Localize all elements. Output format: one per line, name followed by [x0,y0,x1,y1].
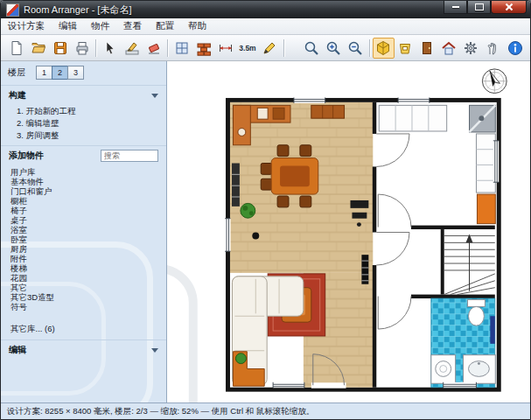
menu-item-edit[interactable]: 编辑 [52,18,84,34]
pencil-button[interactable] [259,38,281,59]
bricks-button[interactable] [192,38,214,59]
open-button[interactable] [27,38,49,59]
toilet[interactable] [468,300,486,326]
towel-radiator[interactable] [490,316,494,344]
washing-machine[interactable] [431,355,456,384]
close-icon [505,3,514,11]
new-document-icon [9,40,24,56]
category-bathroom[interactable]: 浴室 [1,225,166,234]
new-button[interactable] [5,38,27,59]
build-step-edit-walls[interactable]: 2. 编辑墙壁 [1,117,166,130]
menu-item-help[interactable]: 帮助 [181,18,213,34]
orange-cabinet[interactable] [477,194,495,224]
sideboard[interactable] [311,105,345,118]
window-title: Room Arranger - [未命名] [24,4,131,17]
house-icon [441,40,457,56]
floor-plan[interactable] [167,61,530,402]
dimension-button[interactable] [214,38,236,59]
category-symbols[interactable]: 符号 [1,302,166,312]
eraser-icon [146,40,162,56]
door-button[interactable] [416,38,438,59]
bookshelf[interactable] [232,164,240,206]
category-bedroom[interactable]: 卧室 [1,234,166,244]
build-steps: 1. 开始新的工程 2. 编辑墙壁 3. 房间调整 [1,104,166,145]
floor-tab-3[interactable]: 3 [67,66,84,80]
draw-walls-button[interactable] [121,38,143,59]
status-text: 设计方案: 8255 × 8400 毫米, 楼层: 2/3 — 缩放: 52% … [7,406,314,417]
save-button[interactable] [49,38,71,59]
category-chairs[interactable]: 椅子 [1,206,166,215]
category-misc[interactable]: 其它 [1,283,166,292]
add-objects-header: 添加物件 [1,145,166,164]
build-step-new-project[interactable]: 1. 开始新的工程 [1,105,166,117]
search-input[interactable] [101,150,158,162]
wall-pencil-icon [124,40,140,56]
radiator[interactable] [361,255,368,284]
select-button[interactable] [99,38,121,59]
info-button[interactable] [504,38,526,59]
menu-item-project[interactable]: 设计方案 [1,18,52,34]
build-section-header[interactable]: 构建 [1,85,166,104]
print-button[interactable] [71,38,93,59]
zoom-out-button[interactable] [345,38,367,59]
category-user-library[interactable]: 用户库 [1,167,166,177]
floor-lamp[interactable] [252,232,259,239]
wardrobe[interactable] [379,105,446,131]
settings-3d-button[interactable] [460,38,482,59]
object-categories: 用户库 基本物件 门口和窗户 橱柜 椅子 桌子 浴室 卧室 厨房 附件 楼梯 花… [1,164,166,312]
add-objects-label: 添加物件 [9,150,44,162]
category-doors-windows[interactable]: 门口和窗户 [1,186,166,196]
floor-tab-1[interactable]: 1 [36,66,52,80]
grid-button[interactable] [171,38,192,59]
roof-button[interactable] [438,38,460,59]
floor-label: 楼层 [8,66,25,79]
category-garden[interactable]: 花园 [1,273,166,283]
open-folder-icon [31,40,46,56]
app-window: Room Arranger - [未命名] 设计方案 编辑 物件 查看 配置 帮… [0,0,531,420]
category-basic-objects[interactable]: 基本物件 [1,177,166,186]
canvas[interactable] [167,61,530,402]
category-misc-3d[interactable]: 其它3D造型 [1,292,166,302]
hand-icon [485,40,500,56]
erase-button[interactable] [143,38,164,59]
floor-tab-2[interactable]: 2 [52,66,68,80]
plant[interactable] [241,203,255,218]
category-tables[interactable]: 桌子 [1,215,166,225]
zoom-out-icon [347,40,363,56]
view-3d-button[interactable] [373,38,395,59]
watermark [167,269,193,402]
category-cabinets[interactable]: 橱柜 [1,196,166,206]
category-accessories[interactable]: 附件 [1,254,166,263]
zoom-button[interactable] [301,38,323,59]
more-libraries-link[interactable]: 其它库... (6) [1,322,166,338]
pencil-icon [262,40,277,56]
minimize-button[interactable] [444,1,467,14]
edit-section-header[interactable]: 编辑 [1,340,166,359]
pan-button[interactable] [482,38,504,59]
bathroom[interactable] [431,298,495,388]
magnifier-icon [304,40,319,56]
app-icon [6,4,19,17]
menu-item-object[interactable]: 物件 [84,18,116,34]
build-step-adjust-rooms[interactable]: 3. 房间调整 [1,130,166,142]
category-stairs[interactable]: 楼梯 [1,263,166,273]
collapse-icon [151,348,158,353]
door-icon [419,40,435,56]
walkthrough-3d-button[interactable] [395,38,416,59]
menu-item-view[interactable]: 查看 [116,18,149,34]
category-kitchen[interactable]: 厨房 [1,244,166,254]
dimension-icon [218,40,234,56]
kitchen-counter-right[interactable] [476,134,495,192]
titlebar[interactable]: Room Arranger - [未命名] [1,1,530,18]
toolbar-separator [369,39,370,57]
save-icon [52,40,68,56]
menu-item-options[interactable]: 配置 [149,18,181,34]
close-button[interactable] [491,1,527,14]
zoom-in-button[interactable] [323,38,345,59]
maximize-icon [475,4,484,10]
sink[interactable] [464,355,496,384]
corner-shower[interactable] [470,105,496,132]
info-icon [507,40,523,56]
measure-button[interactable]: 3.5m [236,38,258,59]
maximize-button[interactable] [467,1,491,14]
